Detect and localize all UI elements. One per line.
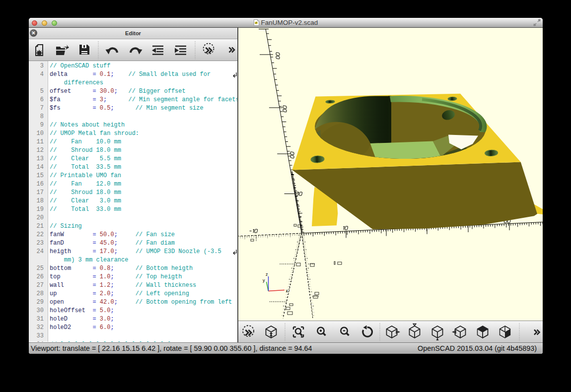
svg-text:y: y — [263, 278, 265, 283]
svg-text:z: z — [266, 272, 268, 277]
svg-text:x: x — [286, 288, 288, 293]
